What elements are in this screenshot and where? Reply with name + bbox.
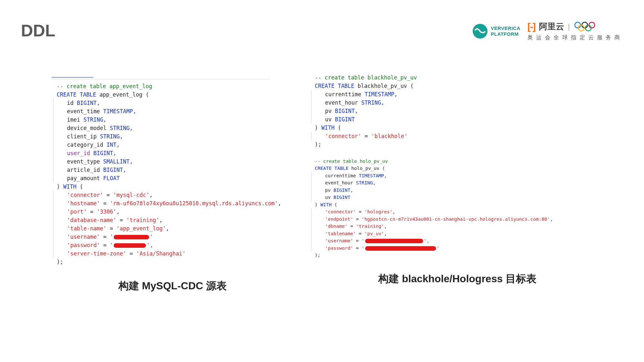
ververica-logo: VERVERICA PLATFORM (473, 24, 520, 39)
code-divider (52, 79, 270, 79)
olympic-rings-icon (574, 21, 597, 32)
slide-header: DDL VERVERICA PLATFORM [-] 阿里云 | (0, 0, 644, 44)
aliyun-name: 阿里云 (539, 21, 564, 32)
right-caption: 构建 blackhole/Hologress 目标表 (310, 272, 606, 286)
aliyun-logo-block: [-] 阿里云 | 奥运会全球指定云服务商 (527, 21, 623, 41)
aliyun-tagline: 奥运会全球指定云服务商 (527, 34, 623, 41)
page-title: DDL (21, 21, 55, 40)
ververica-text: VERVERICA PLATFORM (491, 25, 520, 37)
code-tab-marker (52, 77, 93, 79)
left-caption: 构建 MySQL-CDC 源表 (52, 279, 294, 293)
code-block-blackhole: -- create table blackhole_pv_uvCREATE TA… (310, 73, 606, 149)
separator: | (568, 23, 570, 31)
code-block-hologres: -- create table holo_pv_uvCREATE TABLE h… (310, 158, 606, 259)
slide-content: -- create table app_event_logCREATE TABL… (0, 44, 644, 293)
aliyun-bracket-icon: [-] (527, 21, 535, 32)
ververica-icon (473, 24, 488, 39)
logo-bar: VERVERICA PLATFORM [-] 阿里云 | (473, 21, 623, 41)
code-block-mysql-cdc: -- create table app_event_logCREATE TABL… (52, 82, 294, 266)
